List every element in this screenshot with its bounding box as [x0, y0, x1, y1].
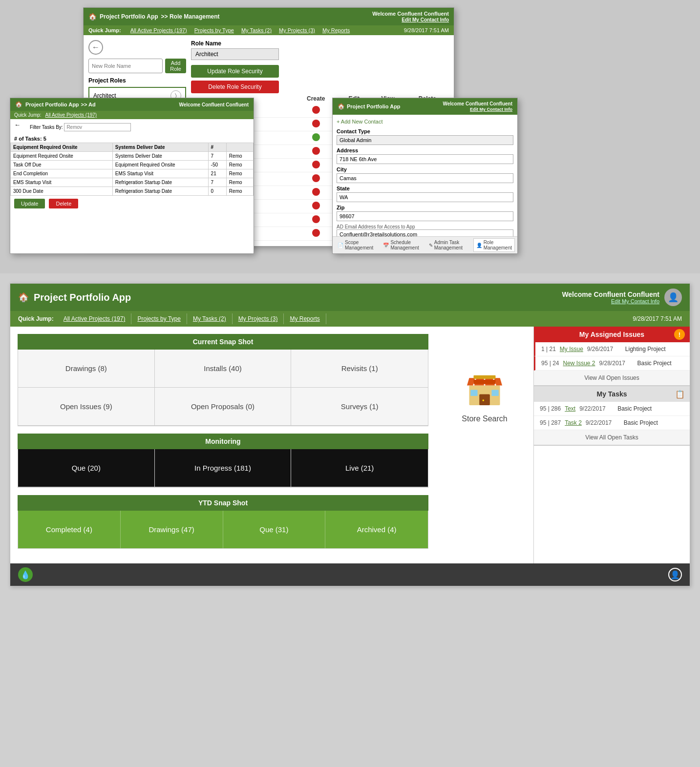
snap-installs[interactable]: Installs (40): [155, 350, 292, 388]
tab-admin-task-management[interactable]: ✎ Admin Task Management: [426, 238, 468, 252]
snap-open-issues[interactable]: Open Issues (9): [18, 388, 155, 426]
ytd-archived[interactable]: Archived (4): [325, 511, 428, 548]
quick-jump-label: Quick Jump:: [18, 315, 54, 322]
edit-contact-link[interactable]: Edit My Contact Info: [402, 17, 449, 22]
scope-tab-icon: 📄: [338, 243, 343, 248]
main-nav-my-reports[interactable]: My Reports: [284, 313, 326, 324]
issue-link-1[interactable]: My Issue: [560, 346, 583, 352]
task-row-1: Equipment Required Onsite Systems Delive…: [11, 152, 254, 161]
tasks-filter-input[interactable]: [64, 123, 131, 131]
main-nav-my-projects[interactable]: My Projects (3): [233, 313, 284, 324]
city-label: City: [337, 166, 513, 172]
task-row-3: End Completion EMS Startup Visit 21 Remo: [11, 169, 254, 178]
contacts-edit-link[interactable]: Edit My Contact Info: [470, 107, 512, 112]
add-role-button[interactable]: Add Role: [165, 59, 186, 73]
monitoring-header: Monitoring: [18, 434, 428, 449]
contacts-window-header: 🏠 Project Portfolio App Welcome Confluen…: [333, 98, 517, 115]
monitor-live[interactable]: Live (21): [291, 449, 428, 487]
ytd-header: YTD Snap Shot: [18, 495, 428, 511]
back-button[interactable]: ←: [88, 40, 103, 55]
city-field[interactable]: [337, 173, 513, 183]
monitoring-section: Monitoring Que (20) In Progress (181) Li…: [18, 434, 428, 488]
main-footer: 💧 👤: [10, 563, 690, 586]
task-row-4: EMS Startup Visit Refrigeration Startup …: [11, 178, 254, 187]
main-welcome-name: Welcome Confluent Confluent: [562, 290, 659, 298]
tasks-nav-all[interactable]: All Active Projects (197): [45, 112, 97, 118]
main-nav-my-tasks[interactable]: My Tasks (2): [187, 313, 233, 324]
tab-role-management[interactable]: 👤 Role Management: [473, 238, 515, 252]
contact-form: Contact Type Global Admin Address City S…: [337, 128, 513, 239]
svg-rect-8: [474, 380, 496, 384]
issue-item-2: 95 | 24 New Issue 2 9/28/2017 Basic Proj…: [534, 356, 690, 371]
tasks-window: 🏠 Project Portfolio App >> Ad Welcome Co…: [10, 98, 254, 254]
zip-field[interactable]: [337, 211, 513, 221]
delete-tasks-button[interactable]: Delete: [49, 199, 78, 208]
role-tab-icon: 👤: [476, 243, 482, 248]
issue-link-2[interactable]: New Issue 2: [563, 360, 595, 367]
update-tasks-button[interactable]: Update: [14, 199, 45, 208]
view-all-tasks-btn[interactable]: View All Open Tasks: [534, 430, 690, 445]
tasks-table: Equipment Required Onsite Systems Delive…: [10, 143, 254, 196]
update-role-security-button[interactable]: Update Role Security: [191, 65, 279, 78]
address-field[interactable]: [337, 154, 513, 164]
tasks-filter-label: Filter Tasks By:: [30, 123, 131, 131]
task-item-2: 95 | 287 Task 2 9/22/2017 Basic Project: [534, 416, 690, 430]
svg-rect-1: [479, 394, 490, 406]
store-search-label[interactable]: Store Search: [462, 415, 507, 423]
ytd-que[interactable]: Que (31): [223, 511, 326, 548]
my-tasks-header: My Tasks 📋: [534, 386, 690, 402]
snap-open-proposals[interactable]: Open Proposals (0): [155, 388, 292, 426]
footer-logo: 💧: [18, 567, 33, 582]
svg-rect-9: [474, 375, 496, 379]
main-edit-contact[interactable]: Edit My Contact Info: [562, 298, 659, 304]
schedule-tab-icon: 📅: [383, 243, 389, 248]
my-tasks-section: My Tasks 📋 95 | 286 Text 9/22/2017 Basic…: [534, 386, 690, 446]
nav-all-active[interactable]: All Active Projects (197): [130, 27, 187, 33]
main-content-area: Current Snap Shot Drawings (8) Installs …: [10, 327, 690, 563]
snapshot-grid: Drawings (8) Installs (40) Revisits (1) …: [18, 350, 428, 426]
ytd-completed[interactable]: Completed (4): [18, 511, 121, 548]
main-nav-projects-type[interactable]: Projects by Type: [131, 313, 187, 324]
footer-user-icon[interactable]: 👤: [668, 568, 682, 581]
main-home-icon: 🏠: [18, 292, 29, 303]
nav-my-reports[interactable]: My Reports: [322, 27, 350, 33]
task-item-1: 95 | 286 Text 9/22/2017 Basic Project: [534, 402, 690, 416]
store-search-icon[interactable]: [463, 366, 507, 410]
monitor-que[interactable]: Que (20): [18, 449, 155, 487]
right-panel: My Assigned Issues ! 1 | 21 My Issue 9/2…: [533, 327, 690, 563]
snap-drawings[interactable]: Drawings (8): [18, 350, 155, 388]
nav-my-projects[interactable]: My Projects (3): [279, 27, 315, 33]
zip-label: Zip: [337, 205, 513, 210]
tab-schedule-management[interactable]: 📅 Schedule Management: [381, 238, 421, 252]
tab-scope-management[interactable]: 📄 Scope Management: [335, 238, 376, 252]
snap-revisits[interactable]: Revisits (1): [291, 350, 428, 388]
main-app-title: Project Portfolio App: [34, 292, 131, 303]
task-link-2[interactable]: Task 2: [565, 419, 582, 426]
contacts-window: 🏠 Project Portfolio App Welcome Confluen…: [332, 98, 518, 254]
task-link-1[interactable]: Text: [565, 405, 575, 412]
nav-projects-type[interactable]: Projects by Type: [194, 27, 234, 33]
state-label: State: [337, 186, 513, 191]
snap-surveys[interactable]: Surveys (1): [291, 388, 428, 426]
svg-rect-2: [470, 390, 477, 396]
main-nav-all-active[interactable]: All Active Projects (197): [58, 313, 132, 324]
role-name-label: Role Name: [191, 40, 449, 47]
task-row-5: 300 Due Date Refrigeration Startup Date …: [11, 187, 254, 196]
svg-point-10: [483, 399, 485, 401]
tasks-back-button[interactable]: ←: [14, 121, 26, 133]
alert-icon: !: [674, 329, 685, 340]
role-name-field[interactable]: [191, 48, 279, 60]
contact-type-select[interactable]: Global Admin: [337, 135, 513, 145]
admin-tab-icon: ✎: [429, 243, 433, 248]
main-welcome: Welcome Confluent Confluent Edit My Cont…: [562, 290, 659, 304]
monitor-in-progress[interactable]: In Progress (181): [155, 449, 292, 487]
new-role-input[interactable]: [88, 59, 163, 73]
main-nav: Quick Jump: All Active Projects (197) Pr…: [10, 311, 690, 327]
view-all-issues-btn[interactable]: View All Open Issues: [534, 371, 690, 386]
tasks-nav: Quick Jump: All Active Projects (197): [10, 111, 254, 119]
delete-role-security-button[interactable]: Delete Role Security: [191, 81, 279, 93]
ytd-drawings[interactable]: Drawings (47): [121, 511, 223, 548]
add-contact-button[interactable]: + Add New Contact: [337, 119, 513, 124]
state-field[interactable]: [337, 192, 513, 202]
nav-my-tasks[interactable]: My Tasks (2): [241, 27, 272, 33]
